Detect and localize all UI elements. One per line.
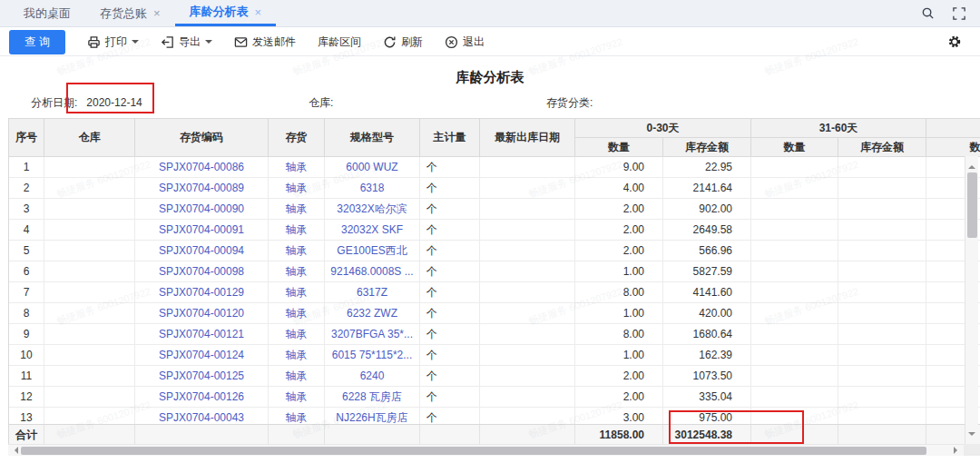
cell-unit: 个 — [420, 408, 480, 424]
cell-spec[interactable]: 32032X SKF — [325, 220, 420, 241]
table-row: 11SPJX0704-00125轴承6240个2.001073.50 — [9, 366, 980, 387]
cell-code[interactable]: SPJX0704-00120 — [135, 303, 269, 324]
cell-code[interactable]: SPJX0704-00129 — [135, 282, 269, 303]
cell-unit: 个 — [420, 345, 480, 366]
cell-spec[interactable]: 6000 WUZ — [325, 157, 420, 178]
horizontal-scroll-thumb[interactable] — [21, 447, 926, 455]
print-button[interactable]: 打印 — [87, 34, 139, 50]
tab-my-desktop[interactable]: 我的桌面 — [9, 0, 85, 26]
cell-qty: 2.00 — [575, 199, 663, 220]
cell-spec[interactable]: 3207BFGA 35*... — [325, 324, 420, 345]
fullscreen-icon[interactable] — [953, 7, 965, 20]
cell-code[interactable]: SPJX0704-00091 — [135, 220, 269, 241]
cell-amount: 1073.50 — [663, 366, 751, 387]
cell-inv[interactable]: 轴承 — [269, 303, 325, 324]
cell-inv[interactable]: 轴承 — [269, 199, 325, 220]
analysis-date-filter[interactable]: 分析日期:2020-12-14 — [31, 95, 142, 111]
cell-spec[interactable]: 32032X哈尔滨 — [325, 199, 420, 220]
cell-idx: 6 — [9, 261, 44, 282]
cell-code[interactable]: SPJX0704-00126 — [135, 387, 269, 408]
cell-inv[interactable]: 轴承 — [269, 408, 325, 424]
cell-inv[interactable]: 轴承 — [269, 345, 325, 366]
cell-inv[interactable]: 轴承 — [269, 366, 325, 387]
cell-inv[interactable]: 轴承 — [269, 241, 325, 261]
cell-a2 — [838, 157, 926, 178]
cell-a2 — [838, 366, 926, 387]
cell-last_out — [480, 241, 575, 261]
tab-age-analysis[interactable]: 库龄分析表 × — [175, 0, 277, 26]
column-header-qty-0-30: 数量 — [575, 138, 663, 157]
cell-code[interactable]: SPJX0704-00086 — [135, 157, 269, 178]
tab-inventory-ledger[interactable]: 存货总账 × — [85, 0, 175, 26]
horizontal-scrollbar[interactable] — [8, 444, 964, 456]
cell-code[interactable]: SPJX0704-00121 — [135, 324, 269, 345]
column-header-warehouse: 仓库 — [44, 119, 135, 157]
cell-idx: 7 — [9, 282, 44, 303]
cell-inv[interactable]: 轴承 — [269, 324, 325, 345]
cell-unit: 个 — [420, 303, 480, 324]
export-button[interactable]: 导出 — [161, 34, 212, 50]
gear-icon — [947, 34, 962, 49]
cell-unit: 个 — [420, 282, 480, 303]
cell-amount: 5827.59 — [663, 261, 751, 282]
scroll-right-arrow-icon[interactable] — [954, 447, 961, 454]
close-icon[interactable]: × — [255, 6, 262, 18]
cell-last_out — [480, 157, 575, 178]
vertical-scrollbar[interactable] — [965, 156, 978, 444]
cell-code[interactable]: SPJX0704-00098 — [135, 261, 269, 282]
cell-inv[interactable]: 轴承 — [269, 178, 325, 199]
scroll-up-arrow-icon[interactable] — [968, 162, 975, 169]
cell-code[interactable]: SPJX0704-00094 — [135, 241, 269, 261]
exit-button[interactable]: 退出 — [445, 34, 485, 50]
scroll-left-arrow-icon[interactable] — [11, 447, 18, 454]
cell-spec[interactable]: 6240 — [325, 366, 420, 387]
column-header-code: 存货编码 — [135, 119, 269, 157]
cell-last_out — [480, 282, 575, 303]
cell-inv[interactable]: 轴承 — [269, 157, 325, 178]
cell-code[interactable]: SPJX0704-00089 — [135, 178, 269, 199]
cell-inv[interactable]: 轴承 — [269, 282, 325, 303]
cell-last_out — [480, 366, 575, 387]
cell-spec[interactable]: NJ226H瓦房店 — [325, 408, 420, 424]
scroll-down-arrow-icon[interactable] — [968, 432, 975, 439]
cell-warehouse — [44, 282, 135, 303]
cell-inv[interactable]: 轴承 — [269, 220, 325, 241]
cell-amount: 975.00 — [663, 408, 751, 424]
table-row: 9SPJX0704-00121轴承3207BFGA 35*...个8.00168… — [9, 324, 980, 345]
cell-code[interactable]: SPJX0704-00124 — [135, 345, 269, 366]
cell-code[interactable]: SPJX0704-00043 — [135, 408, 269, 424]
cell-warehouse — [44, 199, 135, 220]
cell-warehouse — [44, 261, 135, 282]
cell-spec[interactable]: 6228 瓦房店 — [325, 387, 420, 408]
cell-spec[interactable]: 921468.0008S ... — [325, 261, 420, 282]
total-cell-spec — [325, 425, 420, 444]
cell-spec[interactable]: 6232 ZWZ — [325, 303, 420, 324]
query-button[interactable]: 查询 — [9, 30, 65, 54]
cell-idx: 1 — [9, 157, 44, 178]
cell-spec[interactable]: GE100ES西北 — [325, 241, 420, 261]
send-mail-button[interactable]: 发送邮件 — [234, 34, 296, 50]
warehouse-filter[interactable]: 仓库: — [309, 95, 333, 111]
table-row: 7SPJX0704-00129轴承6317Z个8.004141.60 — [9, 282, 980, 303]
settings-button[interactable] — [947, 34, 971, 49]
vertical-scroll-thumb[interactable] — [967, 172, 977, 238]
close-icon[interactable]: × — [153, 7, 161, 19]
category-filter[interactable]: 存货分类: — [546, 95, 593, 111]
column-group-31-60: 31-60天 数量 库存金额 — [751, 119, 926, 157]
table-row: 13SPJX0704-00043轴承NJ226H瓦房店个3.00975.00 — [9, 408, 980, 424]
cell-last_out — [480, 178, 575, 199]
cell-spec[interactable]: 6015 75*115*2... — [325, 345, 420, 366]
cell-unit: 个 — [420, 261, 480, 282]
cell-inv[interactable]: 轴承 — [269, 387, 325, 408]
age-range-button[interactable]: 库龄区间 — [318, 34, 361, 50]
cell-inv[interactable]: 轴承 — [269, 261, 325, 282]
cell-code[interactable]: SPJX0704-00090 — [135, 199, 269, 220]
cell-idx: 13 — [9, 408, 44, 424]
cell-spec[interactable]: 6318 — [325, 178, 420, 199]
refresh-button[interactable]: 刷新 — [383, 34, 423, 50]
analysis-date-value[interactable]: 2020-12-14 — [86, 96, 142, 109]
cell-spec[interactable]: 6317Z — [325, 282, 420, 303]
cell-warehouse — [44, 408, 135, 424]
cell-code[interactable]: SPJX0704-00125 — [135, 366, 269, 387]
search-icon[interactable] — [921, 6, 935, 20]
